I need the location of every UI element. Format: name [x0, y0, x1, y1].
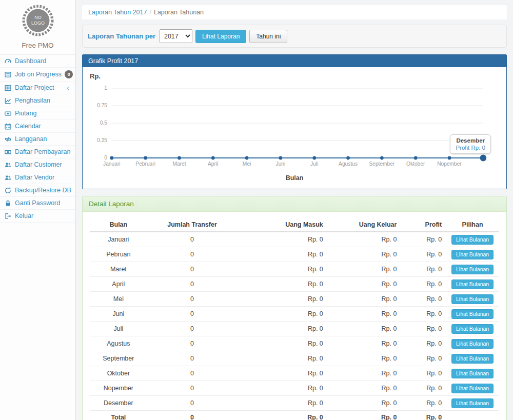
sidebar-item-langganan[interactable]: Langganan: [0, 133, 75, 146]
action-cell: Lihat Bulanan: [446, 366, 499, 381]
action-cell: Lihat Bulanan: [446, 232, 499, 247]
x-tick-label: Pebruari: [135, 161, 155, 167]
line-chart-icon: [5, 97, 12, 104]
sidebar-item-label: Calendar: [15, 123, 41, 130]
data-point-Desember: [480, 155, 487, 162]
tahun-ini-button[interactable]: Tahun ini: [249, 30, 287, 43]
dashboard-icon: [5, 58, 12, 65]
cell: Rp. 0: [237, 262, 327, 277]
profit-chart-panel: Grafik Profit 2017 Rp. 00.250.50.751Janu…: [82, 54, 507, 189]
cell: 0: [147, 396, 238, 411]
lihat-bulanan-button[interactable]: Lihat Bulanan: [451, 279, 494, 289]
sidebar-item-job-on-progress[interactable]: Job on Progress0: [0, 68, 75, 82]
cell: Januari: [90, 232, 147, 247]
sidebar-item-daftar-vendor[interactable]: Daftar Vendor: [0, 171, 75, 184]
sidebar-item-daftar-project[interactable]: Daftar Project‹: [0, 82, 75, 94]
sidebar-item-label: Ganti Password: [15, 199, 60, 207]
table-row: Agustus0Rp. 0Rp. 0Rp. 0Lihat Bulanan: [90, 336, 499, 351]
total-row: Total0Rp. 0Rp. 0Rp. 0: [90, 411, 499, 420]
cell: Desember: [90, 396, 147, 411]
cell: Rp. 0: [401, 292, 446, 307]
lihat-bulanan-button[interactable]: Lihat Bulanan: [451, 384, 494, 393]
sidebar-item-label: Daftar Customer: [15, 161, 62, 168]
data-point-Nopember: [448, 156, 451, 160]
lihat-bulanan-button[interactable]: Lihat Bulanan: [451, 354, 494, 364]
sidebar-item-calendar[interactable]: Calendar: [0, 120, 75, 133]
report-table: BulanJumlah TransferUang MasukUang Kelua…: [90, 218, 499, 420]
lihat-bulanan-button[interactable]: Lihat Bulanan: [451, 265, 494, 274]
cell: Nopember: [90, 381, 147, 396]
brand-name: Free PMO: [0, 42, 75, 49]
lihat-bulanan-button[interactable]: Lihat Bulanan: [451, 309, 494, 319]
tooltip-value: Profit Rp: 0: [456, 145, 485, 151]
column-header: Jumlah Transfer: [147, 218, 238, 232]
lihat-bulanan-button[interactable]: Lihat Bulanan: [451, 294, 494, 304]
action-cell: Lihat Bulanan: [446, 307, 499, 322]
sidebar-item-daftar-pembayaran[interactable]: Daftar Pembayaran: [0, 146, 75, 158]
sidebar-item-piutang[interactable]: Piutang: [0, 107, 75, 120]
detail-panel-title: Detail Laporan: [83, 196, 506, 212]
sidebar-item-label: Langganan: [15, 135, 47, 143]
cell: Rp. 0: [327, 277, 401, 292]
x-axis-title: Bulan: [90, 172, 499, 185]
breadcrumb-link-laporan-tahun[interactable]: Laporan Tahun 2017: [88, 9, 147, 16]
cell: September: [90, 351, 147, 366]
cell: Rp. 0: [401, 307, 446, 322]
action-cell: Lihat Bulanan: [446, 381, 499, 396]
report-table-body: Januari0Rp. 0Rp. 0Rp. 0Lihat BulananPebr…: [90, 232, 499, 420]
cell: Rp. 0: [327, 381, 401, 396]
year-select[interactable]: 2017: [160, 29, 192, 43]
sidebar-item-backup-restore-db[interactable]: Backup/Restore DB: [0, 184, 75, 197]
refresh-icon: [5, 187, 12, 194]
cell: Rp. 0: [327, 396, 401, 411]
chart-tooltip: Desember Profit Rp: 0: [450, 134, 491, 154]
lihat-bulanan-button[interactable]: Lihat Bulanan: [451, 398, 494, 408]
detail-laporan-panel: Detail Laporan BulanJumlah TransferUang …: [82, 196, 507, 420]
table-row: Mei0Rp. 0Rp. 0Rp. 0Lihat Bulanan: [90, 292, 499, 307]
data-point-Juli: [312, 156, 316, 160]
sidebar-item-ganti-password[interactable]: Ganti Password: [0, 197, 75, 210]
cell: Rp. 0: [327, 262, 401, 277]
cell: Rp. 0: [401, 381, 446, 396]
data-point-Maret: [177, 156, 181, 160]
cell: Rp. 0: [237, 396, 327, 411]
total-cell: Rp. 0: [237, 411, 327, 420]
table-row: Juli0Rp. 0Rp. 0Rp. 0Lihat Bulanan: [90, 322, 499, 336]
lihat-bulanan-button[interactable]: Lihat Bulanan: [451, 369, 494, 378]
column-header: Bulan: [90, 218, 147, 232]
sidebar-item-label: Daftar Pembayaran: [15, 148, 70, 155]
cell: Rp. 0: [401, 247, 446, 262]
cell: Rp. 0: [401, 396, 446, 411]
cell: 0: [147, 307, 238, 322]
lihat-bulanan-button[interactable]: Lihat Bulanan: [451, 250, 494, 259]
sidebar: NO LOGO Free PMO DashboardJob on Progres…: [0, 0, 76, 420]
cell: Maret: [90, 262, 147, 277]
lihat-bulanan-button[interactable]: Lihat Bulanan: [451, 235, 494, 245]
sidebar-item-daftar-customer[interactable]: Daftar Customer: [0, 158, 75, 171]
cell: Rp. 0: [401, 366, 446, 381]
table-row: Nopember0Rp. 0Rp. 0Rp. 0Lihat Bulanan: [90, 381, 499, 396]
lihat-bulanan-button[interactable]: Lihat Bulanan: [451, 324, 494, 334]
table-row: Maret0Rp. 0Rp. 0Rp. 0Lihat Bulanan: [90, 262, 499, 277]
cell: Rp. 0: [327, 322, 401, 336]
lihat-bulanan-button[interactable]: Lihat Bulanan: [451, 339, 494, 349]
total-cell: 0: [147, 411, 238, 420]
action-cell: Lihat Bulanan: [446, 396, 499, 411]
cell: Rp. 0: [327, 351, 401, 366]
sidebar-item-penghasilan[interactable]: Penghasilan: [0, 94, 75, 107]
svg-text:NO: NO: [34, 15, 42, 20]
breadcrumb: Laporan Tahun 2017/Laporan Tahunan: [82, 5, 507, 19]
cell: Rp. 0: [327, 366, 401, 381]
cell: Rp. 0: [237, 381, 327, 396]
sidebar-item-label: Dashboard: [15, 57, 46, 65]
cell: Juli: [90, 322, 147, 336]
cell: Rp. 0: [401, 232, 446, 247]
x-tick-label: Nopember: [437, 161, 462, 167]
lock-icon: [5, 200, 12, 207]
sidebar-item-keluar[interactable]: Keluar: [0, 210, 75, 223]
sidebar-item-label: Daftar Vendor: [15, 174, 54, 181]
total-cell: Rp. 0: [401, 411, 446, 420]
data-point-September: [380, 156, 384, 160]
sidebar-item-dashboard[interactable]: Dashboard: [0, 55, 75, 68]
lihat-laporan-button[interactable]: Lihat Laporan: [195, 30, 246, 43]
